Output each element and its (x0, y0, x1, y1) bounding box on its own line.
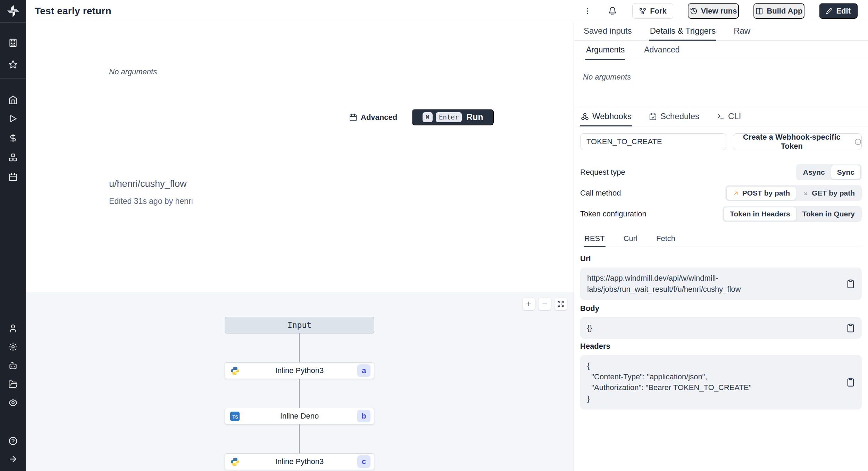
canvas-zoom-controls (523, 298, 567, 310)
expand-sidebar-arrow-icon[interactable] (8, 454, 18, 464)
arguments-tab-bar: Arguments Advanced (574, 41, 868, 60)
tab-cli[interactable]: CLI (716, 107, 742, 126)
flow-graph-section: Input Inline Python3 a TS (26, 292, 574, 471)
no-arguments-text: No arguments (109, 67, 157, 76)
workspace-building-icon[interactable] (8, 38, 18, 48)
call-method-toggle: POST by path GET by path (725, 185, 862, 201)
python-icon (230, 366, 240, 375)
url-box: https://app.windmill.dev/api/w/windmill-… (580, 267, 862, 300)
headers-label: Headers (580, 342, 862, 351)
windmill-logo-icon[interactable] (6, 4, 20, 18)
flow-node-a[interactable]: Inline Python3 a (225, 362, 374, 379)
tab-fetch[interactable]: Fetch (656, 231, 676, 247)
kebab-menu-icon (583, 7, 592, 15)
triggers-block: Webhooks Schedules CLI (574, 107, 868, 410)
details-panel: Saved inputs Details & Triggers Raw Argu… (574, 22, 868, 471)
flow-edge-line (299, 325, 300, 464)
create-webhook-token-button[interactable]: Create a Webhook-specific Token (733, 133, 862, 150)
build-app-label: Build App (767, 7, 802, 16)
tab-rest[interactable]: REST (584, 231, 606, 247)
flow-path: u/henri/cushy_flow (109, 179, 193, 189)
node-label: Inline Deno (225, 412, 374, 421)
post-by-path-label: POST by path (742, 189, 790, 197)
info-icon (854, 138, 861, 146)
tab-advanced[interactable]: Advanced (643, 41, 680, 60)
post-by-path-option[interactable]: POST by path (726, 186, 796, 200)
token-input[interactable] (580, 133, 726, 150)
run-preview-section: No arguments Advanced ⌘ Enter Run u/henr… (26, 22, 574, 292)
advanced-label: Advanced (361, 113, 397, 122)
eye-icon[interactable] (8, 398, 18, 407)
fork-button[interactable]: Fork (632, 3, 673, 19)
zoom-out-button[interactable] (539, 298, 551, 310)
body-label: Body (580, 304, 862, 313)
tab-saved-inputs[interactable]: Saved inputs (583, 22, 633, 41)
tab-arguments[interactable]: Arguments (585, 41, 625, 60)
edit-button[interactable]: Edit (819, 3, 858, 19)
panel-no-arguments-text: No arguments (583, 73, 868, 82)
tab-schedules[interactable]: Schedules (648, 107, 700, 126)
fit-view-button[interactable] (554, 298, 567, 310)
token-in-headers-option[interactable]: Token in Headers (724, 207, 796, 221)
sync-option[interactable]: Sync (831, 165, 861, 179)
trigger-tab-bar: Webhooks Schedules CLI (574, 107, 868, 126)
tab-webhooks[interactable]: Webhooks (580, 107, 632, 126)
get-by-path-option[interactable]: GET by path (796, 186, 861, 200)
sidebar-divider (0, 22, 26, 23)
variables-dollar-icon[interactable] (8, 133, 18, 143)
request-type-label: Request type (580, 168, 625, 177)
token-in-query-option[interactable]: Token in Query (796, 207, 861, 221)
home-icon[interactable] (8, 95, 18, 105)
copy-body-icon[interactable] (846, 323, 856, 333)
git-fork-icon (639, 7, 646, 15)
body-box: {} (580, 317, 862, 339)
details-tab-bar: Saved inputs Details & Triggers Raw (574, 22, 868, 41)
ai-bot-icon[interactable] (8, 361, 18, 370)
help-icon[interactable] (8, 436, 18, 446)
windmill-app: Test early return Fork (0, 0, 868, 471)
settings-gear-icon[interactable] (8, 342, 18, 352)
tab-details-triggers[interactable]: Details & Triggers (649, 22, 716, 41)
flow-node-c[interactable]: Inline Python3 c (225, 453, 374, 470)
zoom-in-button[interactable] (523, 298, 535, 310)
headers-box: { "Content-Type": "application/json", "A… (580, 355, 862, 410)
notifications-button[interactable] (607, 6, 618, 16)
flow-node-input[interactable]: Input (225, 317, 374, 333)
more-menu-button[interactable] (582, 6, 593, 16)
run-button[interactable]: ⌘ Enter Run (412, 109, 494, 125)
view-runs-label: View runs (701, 7, 737, 16)
flow-node-b[interactable]: TS Inline Deno b (225, 408, 374, 424)
typescript-icon: TS (230, 412, 240, 421)
tab-curl[interactable]: Curl (623, 231, 638, 247)
copy-url-icon[interactable] (846, 279, 856, 289)
advanced-button[interactable]: Advanced (349, 113, 397, 122)
build-app-button[interactable]: Build App (753, 3, 804, 19)
run-label: Run (466, 112, 483, 122)
arrow-down-right-icon (802, 190, 809, 197)
webhooks-label: Webhooks (592, 111, 632, 121)
folder-open-icon[interactable] (8, 380, 18, 389)
input-node-label: Input (287, 321, 311, 330)
cli-label: CLI (728, 111, 741, 121)
enter-keycap: Enter (436, 112, 462, 122)
calendar-icon (349, 113, 357, 122)
view-runs-button[interactable]: View runs (688, 3, 739, 19)
user-icon[interactable] (8, 324, 18, 333)
resources-cubes-icon[interactable] (8, 153, 18, 162)
sidebar (0, 0, 26, 471)
copy-headers-icon[interactable] (846, 377, 856, 387)
token-configuration-toggle: Token in Headers Token in Query (723, 206, 862, 222)
get-by-path-label: GET by path (812, 189, 855, 197)
node-label: Inline Python3 (225, 366, 374, 375)
run-controls: Advanced ⌘ Enter Run (349, 109, 494, 125)
pencil-icon (826, 8, 833, 14)
async-option[interactable]: Async (797, 165, 831, 179)
schedules-calendar-icon[interactable] (8, 172, 18, 182)
node-label: Inline Python3 (225, 457, 374, 466)
favorites-star-icon[interactable] (8, 60, 18, 69)
runs-play-icon[interactable] (8, 114, 18, 123)
schedules-label: Schedules (660, 111, 699, 121)
terminal-icon (717, 113, 725, 121)
tab-raw[interactable]: Raw (733, 22, 751, 41)
webhook-icon (581, 113, 589, 121)
